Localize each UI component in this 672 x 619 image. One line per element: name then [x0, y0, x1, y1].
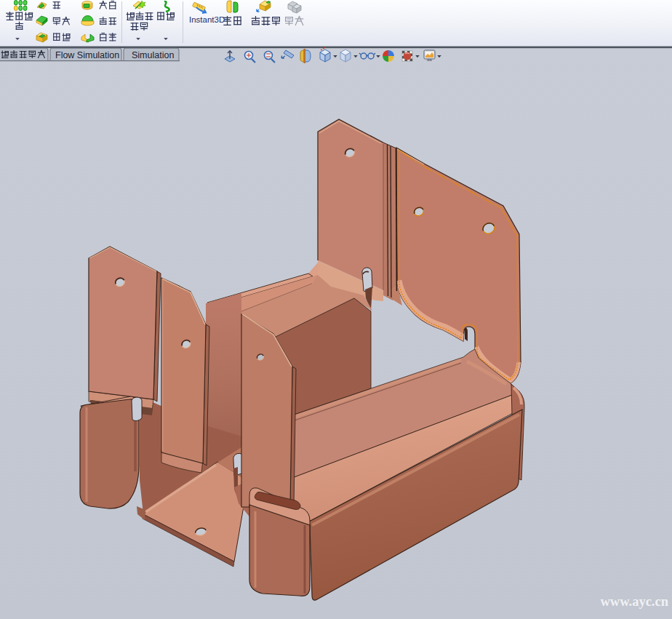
svg-text:Simulation: Simulation	[132, 50, 174, 60]
svg-text:Flow Simulation: Flow Simulation	[55, 50, 119, 60]
svg-text:www.ayc.cn: www.ayc.cn	[600, 594, 668, 609]
svg-text:Instant3D: Instant3D	[189, 15, 225, 24]
